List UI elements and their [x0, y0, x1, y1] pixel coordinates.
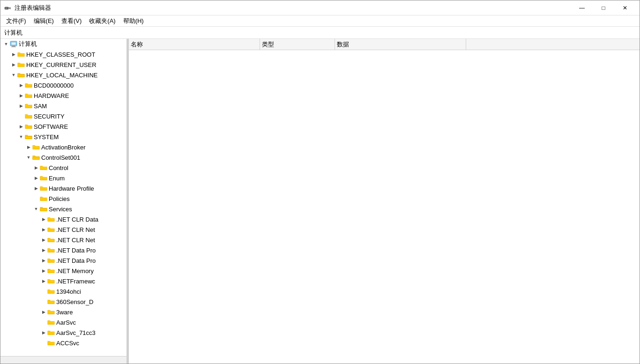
- tree-toggle-enum[interactable]: ▶: [32, 174, 40, 182]
- tree-node-services[interactable]: ▼ Services: [0, 204, 127, 214]
- tree-label-hkcu: HKEY_CURRENT_USER: [26, 61, 97, 68]
- folder-icon-netclrnet2: [47, 236, 55, 244]
- tree-toggle-computer[interactable]: ▼: [2, 40, 10, 48]
- menu-help[interactable]: 帮助(H): [119, 16, 148, 26]
- tree-label-enum: Enum: [49, 175, 65, 182]
- menu-file[interactable]: 文件(F): [2, 16, 30, 26]
- close-button[interactable]: ✕: [614, 0, 636, 15]
- folder-icon-aarsvc71cc: [47, 329, 55, 336]
- tree-node-sensor360[interactable]: 360Sensor_D: [0, 297, 127, 307]
- tree-label-sam: SAM: [34, 103, 47, 110]
- tree-toggle-software[interactable]: ▶: [17, 123, 25, 130]
- tree-toggle-netclrdata[interactable]: ▶: [40, 215, 47, 223]
- title-bar: 注册表编辑器 — □ ✕: [0, 0, 640, 15]
- right-content: [129, 50, 640, 364]
- tree-toggle-activation[interactable]: ▶: [25, 143, 32, 151]
- tree-node-netframework[interactable]: ▶ .NETFramewc: [0, 276, 127, 286]
- tree-node-aarsvc[interactable]: AarSvc: [0, 317, 127, 327]
- col-header-name: 名称: [129, 39, 260, 50]
- tree-toggle-netdatapro2[interactable]: ▶: [40, 257, 47, 264]
- tree-node-netclrnet2[interactable]: ▶ .NET CLR Net: [0, 235, 127, 245]
- tree-toggle-controlset001[interactable]: ▼: [25, 154, 32, 161]
- folder-icon-3ware: [47, 308, 55, 316]
- tree-node-netdatapro1[interactable]: ▶ .NET Data Pro: [0, 245, 127, 255]
- tree-label-netclrdata: .NET CLR Data: [56, 216, 98, 223]
- folder-icon-hardware: [25, 92, 32, 99]
- tree-node-control[interactable]: ▶ Control: [0, 163, 127, 173]
- tree-label-accsvc: ACCSvc: [56, 340, 79, 347]
- tree-node-netmemory[interactable]: ▶ .NET Memory: [0, 266, 127, 276]
- tree-toggle-netdatapro1[interactable]: ▶: [40, 246, 47, 254]
- right-panel: 名称 类型 数据: [129, 39, 640, 364]
- tree-toggle-system[interactable]: ▼: [17, 133, 25, 141]
- column-headers: 名称 类型 数据: [129, 39, 640, 50]
- folder-icon-netframework: [47, 277, 55, 285]
- tree-toggle-3ware[interactable]: ▶: [40, 308, 47, 316]
- tree-node-hklm[interactable]: ▼ HKEY_LOCAL_MACHINE: [0, 70, 127, 80]
- col-header-type: 类型: [260, 39, 335, 50]
- folder-icon-policies: [40, 195, 47, 202]
- tree-node-system[interactable]: ▼ SYSTEM: [0, 132, 127, 142]
- window-controls: — □ ✕: [571, 0, 636, 15]
- tree-node-hardware[interactable]: ▶ HARDWARE: [0, 90, 127, 101]
- tree-node-hkcu[interactable]: ▶ HKEY_CURRENT_USER: [0, 59, 127, 70]
- tree-toggle-hkcu[interactable]: ▶: [10, 61, 17, 68]
- tree-node-netclrdata[interactable]: ▶ .NET CLR Data: [0, 214, 127, 224]
- tree-node-3ware[interactable]: ▶ 3ware: [0, 307, 127, 317]
- tree-node-enum[interactable]: ▶ Enum: [0, 173, 127, 183]
- tree-node-policies[interactable]: Policies: [0, 193, 127, 204]
- tree-label-aarsvc: AarSvc: [56, 319, 76, 326]
- tree-horizontal-scroll[interactable]: [0, 356, 127, 364]
- folder-icon-ohci1394: [47, 288, 55, 295]
- menu-favorites[interactable]: 收藏夹(A): [85, 16, 119, 26]
- tree-toggle-control[interactable]: ▶: [32, 164, 40, 171]
- folder-icon-services: [40, 205, 47, 213]
- tree-node-bcd[interactable]: ▶ BCD00000000: [0, 80, 127, 90]
- menu-view[interactable]: 查看(V): [58, 16, 85, 26]
- minimize-button[interactable]: —: [571, 0, 593, 15]
- tree-node-security[interactable]: SECURITY: [0, 111, 127, 121]
- tree-panel: ▼ 计算机▶ HKEY_CLASSES_ROOT▶ HKEY_CURRENT_U…: [0, 39, 127, 364]
- tree-node-sam[interactable]: ▶ SAM: [0, 101, 127, 111]
- folder-icon-bcd: [25, 82, 32, 89]
- tree-label-3ware: 3ware: [56, 309, 73, 316]
- tree-node-computer[interactable]: ▼ 计算机: [0, 39, 127, 49]
- tree-label-netclrnet1: .NET CLR Net: [56, 226, 95, 233]
- tree-node-software[interactable]: ▶ SOFTWARE: [0, 121, 127, 132]
- tree-toggle-netclrnet1[interactable]: ▶: [40, 226, 47, 233]
- tree-label-netmemory: .NET Memory: [56, 267, 94, 275]
- tree-node-hwprofile[interactable]: ▶ Hardware Profile: [0, 183, 127, 193]
- tree-toggle-netmemory[interactable]: ▶: [40, 267, 47, 275]
- tree-scroll[interactable]: ▼ 计算机▶ HKEY_CLASSES_ROOT▶ HKEY_CURRENT_U…: [0, 39, 127, 356]
- tree-toggle-netclrnet2[interactable]: ▶: [40, 236, 47, 244]
- computer-icon: [10, 40, 17, 48]
- folder-icon-netclrnet1: [47, 226, 55, 233]
- tree-toggle-netframework[interactable]: ▶: [40, 277, 47, 285]
- address-path: 计算机: [4, 29, 22, 37]
- tree-node-hkcr[interactable]: ▶ HKEY_CLASSES_ROOT: [0, 49, 127, 59]
- tree-label-software: SOFTWARE: [34, 123, 68, 130]
- folder-icon-netclrdata: [47, 215, 55, 223]
- tree-node-aarsvc71cc[interactable]: ▶ AarSvc_71cc3: [0, 327, 127, 338]
- tree-toggle-hwprofile[interactable]: ▶: [32, 185, 40, 192]
- tree-node-netdatapro2[interactable]: ▶ .NET Data Pro: [0, 255, 127, 266]
- folder-icon-software: [25, 123, 32, 130]
- tree-label-policies: Policies: [49, 195, 70, 202]
- tree-toggle-bcd[interactable]: ▶: [17, 82, 25, 89]
- menu-edit[interactable]: 编辑(E): [30, 16, 58, 26]
- main-window: 注册表编辑器 — □ ✕ 文件(F) 编辑(E) 查看(V) 收藏夹(A) 帮助…: [0, 0, 640, 364]
- tree-node-activation[interactable]: ▶ ActivationBroker: [0, 142, 127, 152]
- tree-toggle-sam[interactable]: ▶: [17, 102, 25, 110]
- tree-toggle-hardware[interactable]: ▶: [17, 92, 25, 99]
- tree-node-netclrnet1[interactable]: ▶ .NET CLR Net: [0, 224, 127, 235]
- tree-label-activation: ActivationBroker: [41, 144, 86, 151]
- tree-toggle-hkcr[interactable]: ▶: [10, 51, 17, 58]
- tree-node-controlset001[interactable]: ▼ ControlSet001: [0, 152, 127, 163]
- maximize-button[interactable]: □: [593, 0, 614, 15]
- svg-rect-8: [11, 47, 16, 47]
- tree-toggle-hklm[interactable]: ▼: [10, 71, 17, 79]
- tree-node-accsvc[interactable]: ACCSvc: [0, 338, 127, 348]
- tree-node-ohci1394[interactable]: 1394ohci: [0, 286, 127, 297]
- tree-toggle-aarsvc71cc[interactable]: ▶: [40, 329, 47, 336]
- tree-toggle-services[interactable]: ▼: [32, 205, 40, 213]
